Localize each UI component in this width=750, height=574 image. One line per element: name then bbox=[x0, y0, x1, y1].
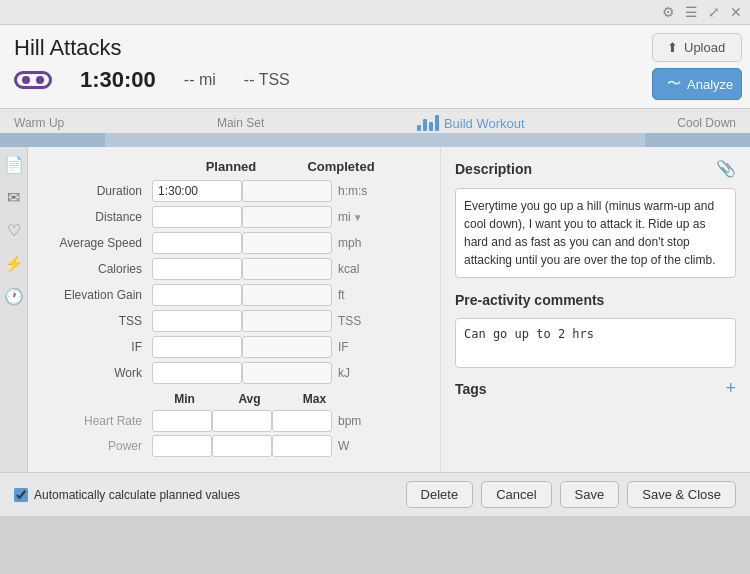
distance-unit[interactable]: mi ▼ bbox=[338, 210, 368, 224]
work-row: Work kJ bbox=[42, 362, 426, 384]
pre-activity-title: Pre-activity comments bbox=[455, 292, 736, 308]
auto-calc-checkbox[interactable] bbox=[14, 488, 28, 502]
close-icon[interactable]: ✕ bbox=[730, 4, 742, 20]
if-completed-input[interactable] bbox=[242, 336, 332, 358]
gear-icon[interactable]: ⚙ bbox=[662, 4, 675, 20]
avg-speed-row: Average Speed mph bbox=[42, 232, 426, 254]
clock-icon[interactable]: 🕐 bbox=[4, 287, 24, 306]
avg-speed-planned-input[interactable] bbox=[152, 232, 242, 254]
calories-unit: kcal bbox=[338, 262, 368, 276]
calories-label: Calories bbox=[42, 262, 152, 276]
calories-row: Calories kcal bbox=[42, 258, 426, 280]
build-workout-button[interactable]: Build Workout bbox=[417, 115, 525, 131]
distance-row: Distance mi ▼ bbox=[42, 206, 426, 228]
tss-planned-input[interactable] bbox=[152, 310, 242, 332]
segment-main-bar bbox=[105, 133, 645, 147]
elevation-label: Elevation Gain bbox=[42, 288, 152, 302]
if-planned-input[interactable] bbox=[152, 336, 242, 358]
segment-warmup-bar bbox=[0, 133, 105, 147]
paperclip-icon[interactable]: 📎 bbox=[716, 159, 736, 178]
waveform-icon: 〜 bbox=[667, 75, 681, 93]
hr-max-input[interactable] bbox=[272, 410, 332, 432]
calories-planned-input[interactable] bbox=[152, 258, 242, 280]
form-header: Planned Completed bbox=[42, 159, 426, 174]
tags-title: Tags bbox=[455, 381, 487, 397]
expand-icon[interactable]: ⤢ bbox=[708, 4, 720, 20]
elevation-unit: ft bbox=[338, 288, 368, 302]
tss-row: TSS TSS bbox=[42, 310, 426, 332]
hr-avg-input[interactable] bbox=[212, 410, 272, 432]
menu-icon[interactable]: ☰ bbox=[685, 4, 698, 20]
cancel-button[interactable]: Cancel bbox=[481, 481, 551, 508]
save-close-button[interactable]: Save & Close bbox=[627, 481, 736, 508]
lightning-icon[interactable]: ⚡ bbox=[4, 254, 24, 273]
upload-icon: ⬆ bbox=[667, 40, 678, 55]
header-main: Hill Attacks 1:30:00 -- mi -- TSS bbox=[0, 25, 644, 108]
work-completed-input[interactable] bbox=[242, 362, 332, 384]
bar-chart-icon bbox=[417, 115, 439, 131]
hr-min-input[interactable] bbox=[152, 410, 212, 432]
save-button[interactable]: Save bbox=[560, 481, 620, 508]
if-label: IF bbox=[42, 340, 152, 354]
warmup-label: Warm Up bbox=[14, 116, 64, 130]
bottom-buttons: Delete Cancel Save Save & Close bbox=[406, 481, 736, 508]
main-content: 📄 ✉ ♡ ⚡ 🕐 Planned Completed Duration h:m… bbox=[0, 147, 750, 472]
form-area: Planned Completed Duration h:m:s Distanc… bbox=[28, 147, 440, 472]
avg-speed-label: Average Speed bbox=[42, 236, 152, 250]
power-max-input[interactable] bbox=[272, 435, 332, 457]
header-area: Hill Attacks 1:30:00 -- mi -- TSS ⬆ Uplo… bbox=[0, 25, 750, 109]
duration-planned-input[interactable] bbox=[152, 180, 242, 202]
description-title: Description bbox=[455, 161, 532, 177]
analyze-button[interactable]: 〜 Analyze bbox=[652, 68, 742, 100]
distance-planned-input[interactable] bbox=[152, 206, 242, 228]
distance-label: Distance bbox=[42, 210, 152, 224]
duration-completed-input[interactable] bbox=[242, 180, 332, 202]
if-unit: IF bbox=[338, 340, 368, 354]
avg-speed-unit: mph bbox=[338, 236, 368, 250]
avg-speed-completed-input[interactable] bbox=[242, 232, 332, 254]
record-icon bbox=[14, 71, 52, 89]
right-panel: Description 📎 Everytime you go up a hill… bbox=[440, 147, 750, 472]
tags-add-button[interactable]: + bbox=[725, 378, 736, 399]
pre-activity-input[interactable]: Can go up to 2 hrs bbox=[455, 318, 736, 368]
distance-completed-input[interactable] bbox=[242, 206, 332, 228]
heart-icon[interactable]: ♡ bbox=[7, 221, 21, 240]
duration-unit: h:m:s bbox=[338, 184, 368, 198]
workout-title: Hill Attacks bbox=[14, 35, 630, 61]
elevation-completed-input[interactable] bbox=[242, 284, 332, 306]
work-label: Work bbox=[42, 366, 152, 380]
segments-labels: Warm Up Main Set Build Workout Cool Down bbox=[0, 109, 750, 133]
mam-header: Min Avg Max bbox=[42, 392, 426, 406]
tss-unit: TSS bbox=[338, 314, 368, 328]
header-actions: ⬆ Upload 〜 Analyze bbox=[644, 25, 750, 108]
segment-cooldown-bar bbox=[645, 133, 750, 147]
power-unit: W bbox=[338, 439, 368, 453]
tss-completed-input[interactable] bbox=[242, 310, 332, 332]
work-planned-input[interactable] bbox=[152, 362, 242, 384]
elevation-planned-input[interactable] bbox=[152, 284, 242, 306]
heart-rate-label: Heart Rate bbox=[42, 414, 152, 428]
power-min-input[interactable] bbox=[152, 435, 212, 457]
avg-header: Avg bbox=[217, 392, 282, 406]
power-label: Power bbox=[42, 439, 152, 453]
duration-label: Duration bbox=[42, 184, 152, 198]
calories-completed-input[interactable] bbox=[242, 258, 332, 280]
duration-row: Duration h:m:s bbox=[42, 180, 426, 202]
completed-header: Completed bbox=[296, 159, 386, 174]
auto-calc-section: Automatically calculate planned values bbox=[14, 488, 240, 502]
upload-button[interactable]: ⬆ Upload bbox=[652, 33, 742, 62]
auto-calc-label: Automatically calculate planned values bbox=[34, 488, 240, 502]
power-avg-input[interactable] bbox=[212, 435, 272, 457]
window-chrome: ⚙ ☰ ⤢ ✕ bbox=[0, 0, 750, 25]
delete-button[interactable]: Delete bbox=[406, 481, 474, 508]
stat-tss: -- TSS bbox=[244, 71, 290, 89]
cooldown-label: Cool Down bbox=[677, 116, 736, 130]
workout-stats: 1:30:00 -- mi -- TSS bbox=[14, 67, 630, 93]
power-row: Power W bbox=[42, 435, 426, 457]
document-icon[interactable]: 📄 bbox=[4, 155, 24, 174]
mail-icon[interactable]: ✉ bbox=[7, 188, 20, 207]
tss-label: TSS bbox=[42, 314, 152, 328]
segments-track bbox=[0, 133, 750, 147]
description-text: Everytime you go up a hill (minus warm-u… bbox=[455, 188, 736, 278]
tags-row: Tags + bbox=[455, 378, 736, 399]
